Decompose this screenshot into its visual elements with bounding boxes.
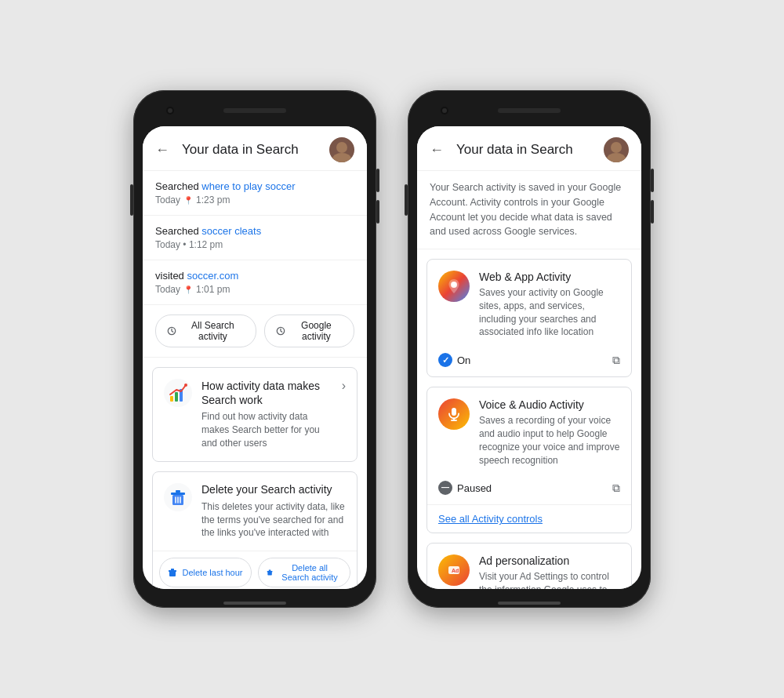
search-date-1: Today bbox=[155, 194, 180, 205]
search-prefix-2: Searched bbox=[155, 225, 201, 237]
vol-up-btn-2 bbox=[651, 169, 654, 192]
google-activity-button[interactable]: Google activity bbox=[264, 314, 354, 347]
page-title-1: Your data in Search bbox=[182, 142, 329, 158]
trash-icon-svg bbox=[164, 483, 192, 511]
back-button-2[interactable]: ← bbox=[430, 142, 444, 158]
external-link-icon-2[interactable]: ⧉ bbox=[612, 482, 620, 495]
search-title-3: visited soccer.com bbox=[155, 270, 354, 282]
ad-icon: Ad bbox=[438, 554, 470, 586]
phone-body-1: ← Your data in Search Searched where to … bbox=[133, 90, 376, 608]
voice-icon bbox=[438, 398, 470, 430]
ad-card-header: Ad Ad personalization Visit your Ad Sett… bbox=[427, 543, 631, 589]
phone-top-bar-1 bbox=[143, 100, 367, 122]
intro-description: Your Search activity is saved in your Go… bbox=[417, 171, 641, 249]
ad-personalization-card[interactable]: Ad Ad personalization Visit your Ad Sett… bbox=[426, 543, 632, 589]
svg-text:Ad: Ad bbox=[452, 568, 459, 573]
voice-audio-header: Voice & Audio Activity Saves a recording… bbox=[427, 387, 631, 474]
delete-card-title: Delete your Search activity bbox=[201, 483, 346, 496]
trash-small-icon-1 bbox=[168, 568, 177, 577]
avatar-1[interactable] bbox=[329, 137, 354, 162]
web-app-status-label: On bbox=[457, 354, 470, 366]
svg-rect-15 bbox=[169, 570, 176, 572]
avatar-2[interactable] bbox=[604, 137, 629, 162]
activity-info-card[interactable]: How activity data makes Search work Find… bbox=[152, 367, 358, 462]
search-meta-2: Today • 1:12 pm bbox=[155, 239, 354, 250]
power-btn bbox=[130, 184, 133, 216]
chart-icon-svg bbox=[164, 379, 192, 407]
svg-rect-18 bbox=[267, 571, 273, 572]
phone-1: ← Your data in Search Searched where to … bbox=[133, 90, 376, 608]
web-app-text: Web & App Activity Saves your activity o… bbox=[479, 271, 620, 339]
home-bar-2 bbox=[498, 602, 561, 605]
ad-card-text: Ad personalization Visit your Ad Setting… bbox=[479, 554, 620, 589]
ad-desc: Visit your Ad Settings to control the in… bbox=[479, 570, 620, 589]
voice-status: Paused bbox=[438, 481, 492, 495]
all-search-label: All Search activity bbox=[181, 320, 245, 342]
svg-rect-3 bbox=[170, 396, 173, 402]
phone-bottom-2 bbox=[417, 595, 641, 611]
search-link-1[interactable]: where to play soccer bbox=[201, 180, 295, 192]
voice-audio-desc: Saves a recording of your voice and audi… bbox=[479, 414, 620, 467]
search-link-3[interactable]: soccer.com bbox=[187, 270, 238, 282]
vol-up-btn bbox=[376, 169, 379, 192]
activity-card-header: How activity data makes Search work Find… bbox=[164, 379, 346, 450]
svg-rect-16 bbox=[171, 569, 174, 570]
phone-2: ← Your data in Search Your Search activi… bbox=[408, 90, 651, 608]
search-prefix-3: visited bbox=[155, 270, 187, 282]
web-app-icon bbox=[438, 271, 470, 302]
activity-card-desc: Find out how activity data makes Search … bbox=[201, 410, 332, 449]
delete-card-body: Delete your Search activity This deletes… bbox=[153, 472, 357, 551]
screen-content-2: Your Search activity is saved in your Go… bbox=[417, 171, 641, 589]
external-link-icon-1[interactable]: ⧉ bbox=[612, 354, 620, 367]
back-button-1[interactable]: ← bbox=[155, 142, 169, 158]
delete-buttons-area: Delete last hour Delete all Search activ… bbox=[153, 551, 357, 589]
svg-rect-10 bbox=[176, 490, 180, 493]
voice-audio-title: Voice & Audio Activity bbox=[479, 398, 620, 411]
see-all-activity-link[interactable]: See all Activity controls bbox=[427, 504, 631, 533]
web-app-card-header: Web & App Activity Saves your activity o… bbox=[427, 260, 631, 347]
search-meta-1: Today 📍 1:23 pm bbox=[155, 194, 354, 205]
search-title-2: Searched soccer cleats bbox=[155, 225, 354, 237]
search-time-1: 1:23 pm bbox=[196, 194, 230, 205]
web-app-card[interactable]: Web & App Activity Saves your activity o… bbox=[426, 259, 632, 377]
delete-last-hour-label: Delete last hour bbox=[182, 568, 242, 577]
ad-title: Ad personalization bbox=[479, 554, 620, 567]
web-app-desc: Saves your activity on Google sites, app… bbox=[479, 286, 620, 339]
svg-rect-9 bbox=[171, 493, 185, 495]
camera-1 bbox=[166, 107, 174, 115]
svg-rect-14 bbox=[169, 571, 176, 576]
svg-rect-19 bbox=[269, 570, 271, 571]
app-header-1: ← Your data in Search bbox=[143, 126, 367, 171]
activity-card-title: How activity data makes Search work bbox=[201, 379, 332, 407]
pause-circle-1 bbox=[438, 481, 452, 495]
map-icon-svg bbox=[445, 278, 463, 295]
search-item-2: Searched soccer cleats Today • 1:12 pm bbox=[143, 216, 367, 260]
screen-content-1: Searched where to play soccer Today 📍 1:… bbox=[143, 171, 367, 589]
search-meta-3: Today 📍 1:01 pm bbox=[155, 284, 354, 295]
voice-audio-card[interactable]: Voice & Audio Activity Saves a recording… bbox=[426, 387, 632, 533]
speaker-2 bbox=[498, 108, 561, 113]
google-activity-label: Google activity bbox=[290, 320, 343, 342]
location-icon-3: 📍 bbox=[183, 285, 193, 294]
clock-icon-2 bbox=[276, 325, 285, 336]
location-icon-1: 📍 bbox=[183, 196, 193, 205]
delete-card-desc: This deletes your activity data, like th… bbox=[201, 500, 346, 540]
app-header-2: ← Your data in Search bbox=[417, 126, 641, 171]
web-app-title: Web & App Activity bbox=[479, 271, 620, 283]
vol-down-btn bbox=[376, 200, 379, 224]
web-app-status: On bbox=[438, 353, 470, 367]
phone-screen-1: ← Your data in Search Searched where to … bbox=[143, 126, 367, 589]
delete-all-label: Delete all Search activity bbox=[278, 563, 342, 582]
all-search-activity-button[interactable]: All Search activity bbox=[155, 314, 256, 347]
delete-card: Delete your Search activity This deletes… bbox=[152, 471, 358, 589]
delete-card-content: Delete your Search activity This deletes… bbox=[201, 483, 346, 540]
phone-body-2: ← Your data in Search Your Search activi… bbox=[408, 90, 651, 608]
search-item-3: visited soccer.com Today 📍 1:01 pm bbox=[143, 260, 367, 305]
delete-last-hour-button[interactable]: Delete last hour bbox=[159, 558, 252, 587]
search-time-2: Today • 1:12 pm bbox=[155, 239, 223, 250]
search-link-2[interactable]: soccer cleats bbox=[201, 225, 261, 237]
phone-bottom-1 bbox=[143, 595, 367, 611]
delete-all-button[interactable]: Delete all Search activity bbox=[258, 558, 350, 587]
page-title-2: Your data in Search bbox=[456, 142, 604, 158]
voice-audio-text: Voice & Audio Activity Saves a recording… bbox=[479, 398, 620, 467]
